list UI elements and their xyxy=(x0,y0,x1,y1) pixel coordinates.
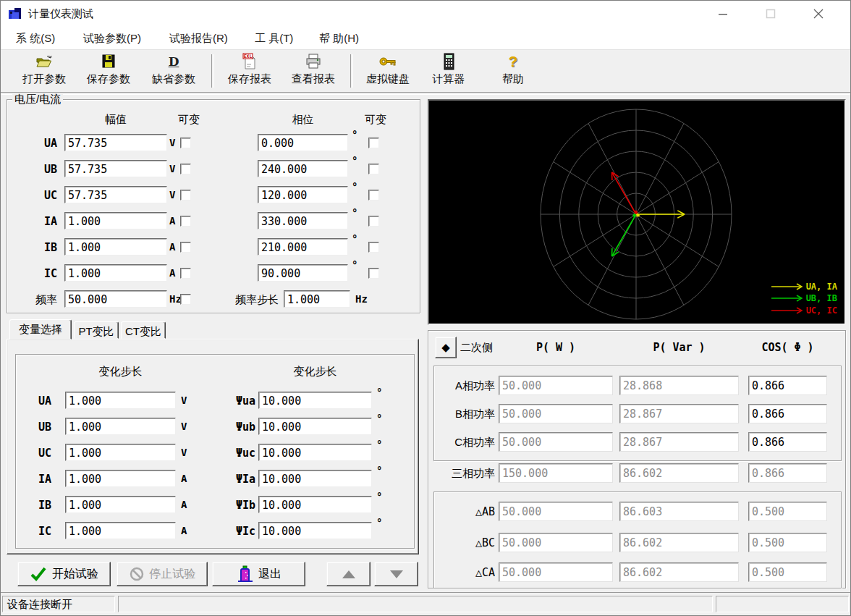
uc-phase-input[interactable] xyxy=(258,186,348,203)
minimize-button[interactable] xyxy=(706,1,740,27)
menu-test-report[interactable]: 试验报告(R) xyxy=(166,30,231,47)
view-report-button[interactable]: 查看报表 xyxy=(284,51,342,90)
ub-amplitude-variable-checkbox[interactable] xyxy=(180,164,191,174)
phase-c-cos-field: 0.866 xyxy=(748,432,827,452)
ua-step-input[interactable] xyxy=(65,392,176,409)
phase-a-label: A相功率 xyxy=(444,379,495,393)
psi-ua-step-input[interactable] xyxy=(258,392,372,409)
scroll-up-button[interactable] xyxy=(326,562,371,586)
virtual-keyboard-button[interactable]: 虚拟键盘 xyxy=(359,51,417,90)
three-phase-p-field: 150.000 xyxy=(499,463,613,483)
save-report-button[interactable]: EXL 保存报表 xyxy=(221,51,279,90)
secondary-side-button[interactable]: ◆ xyxy=(435,337,457,358)
uc-phase-variable-checkbox[interactable] xyxy=(368,190,379,201)
ua-phase-variable-checkbox[interactable] xyxy=(368,138,379,148)
tab-variable-select[interactable]: 变量选择 xyxy=(9,319,72,339)
ub-phase-variable-checkbox[interactable] xyxy=(368,164,379,174)
default-params-button[interactable]: D 缺省参数 xyxy=(145,51,203,90)
ub-step-input[interactable] xyxy=(65,418,176,435)
ua-phase-input[interactable] xyxy=(258,134,348,151)
power-panel: ◆ 二次侧 P( W ) P( Var ) COS( Φ ) A相功率 50.0… xyxy=(428,330,846,588)
psi-ib-step-input[interactable] xyxy=(258,496,372,513)
ib-unit: A xyxy=(169,241,175,253)
check-icon xyxy=(30,566,47,582)
help-button[interactable]: ? 帮助 xyxy=(484,51,542,90)
psi-ib-degree: ° xyxy=(376,491,382,502)
ua-amplitude-variable-checkbox[interactable] xyxy=(180,138,191,148)
ia-step-input[interactable] xyxy=(65,470,176,487)
menu-test-params[interactable]: 试验参数(P) xyxy=(80,30,144,47)
step-header-right: 变化步长 xyxy=(258,365,372,379)
ib-step-input[interactable] xyxy=(65,496,176,513)
legend-arrow-icon xyxy=(770,306,806,315)
three-phase-q-field: 86.602 xyxy=(619,463,739,483)
phase-a-p-field: 50.000 xyxy=(499,376,613,395)
step-label-uc: UC xyxy=(22,447,51,460)
delta-ab-p-field: 50.000 xyxy=(499,502,613,521)
phase-b-q-field: 28.867 xyxy=(619,404,739,423)
menu-help[interactable]: 帮 助(H) xyxy=(316,30,362,47)
secondary-side-label: 二次侧 xyxy=(460,341,493,355)
ic-amplitude-input[interactable] xyxy=(64,264,167,282)
ia-amplitude-variable-checkbox[interactable] xyxy=(180,216,191,227)
psi-uc-step-input[interactable] xyxy=(258,444,372,461)
calculator-icon xyxy=(440,51,457,72)
minimize-icon xyxy=(718,9,728,19)
menu-system[interactable]: 系 统(S) xyxy=(13,30,58,47)
close-button[interactable] xyxy=(801,1,836,27)
frequency-variable-checkbox[interactable] xyxy=(180,294,191,305)
phase-a-cos-field: 0.866 xyxy=(748,376,827,395)
ic-step-input[interactable] xyxy=(65,522,176,539)
cos-phi-header: COS( Φ ) xyxy=(748,341,827,354)
uc-step-input[interactable] xyxy=(65,444,176,461)
phase-c-label: C相功率 xyxy=(444,436,495,450)
three-phase-label: 三相功率 xyxy=(440,467,495,481)
ic-amplitude-variable-checkbox[interactable] xyxy=(180,268,191,279)
ub-amplitude-input[interactable] xyxy=(64,160,167,177)
ib-phase-variable-checkbox[interactable] xyxy=(368,242,379,253)
ua-unit: V xyxy=(169,137,175,148)
ia-amplitude-input[interactable] xyxy=(64,212,167,229)
menu-tools[interactable]: 工 具(T) xyxy=(252,30,296,47)
calculator-button[interactable]: 计算器 xyxy=(423,51,474,90)
variable-header: 可变 xyxy=(173,113,205,127)
psi-label-ua: Ψua xyxy=(218,395,255,408)
step-label-ic: IC xyxy=(22,525,51,538)
exit-button[interactable]: 退出 xyxy=(212,562,305,586)
ia-step-unit: A xyxy=(181,473,187,484)
ib-amplitude-input[interactable] xyxy=(64,238,167,256)
ib-amplitude-variable-checkbox[interactable] xyxy=(180,242,191,253)
delta-bc-label: △BC xyxy=(452,536,495,549)
row-label-ib: IB xyxy=(21,241,57,254)
legend-item-uc-ic: UC, IC xyxy=(770,305,837,316)
uc-unit: V xyxy=(169,189,175,201)
row-label-ic: IC xyxy=(21,267,57,280)
ic-phase-variable-checkbox[interactable] xyxy=(368,268,379,279)
ic-phase-input[interactable] xyxy=(258,264,348,282)
three-phase-cos-field: 0.866 xyxy=(748,463,827,483)
scroll-down-button[interactable] xyxy=(374,562,418,586)
step-label-ia: IA xyxy=(22,473,51,486)
freq-step-input[interactable] xyxy=(284,290,350,308)
app-window: 计量仪表测试 系 统(S) 试验参数(P) 试验报告(R) 工 具(T) 帮 助… xyxy=(0,0,851,616)
open-params-button[interactable]: 打开参数 xyxy=(15,51,73,90)
tab-ct-ratio[interactable]: CT变比 xyxy=(121,321,166,339)
maximize-button[interactable] xyxy=(753,1,788,27)
ib-phase-input[interactable] xyxy=(258,238,348,256)
frequency-input[interactable] xyxy=(64,290,167,308)
start-test-button[interactable]: 开始试验 xyxy=(17,562,111,586)
ub-phase-input[interactable] xyxy=(258,160,348,177)
psi-ia-degree: ° xyxy=(376,465,382,476)
uc-amplitude-variable-checkbox[interactable] xyxy=(180,190,191,201)
ia-phase-input[interactable] xyxy=(258,212,348,229)
psi-ub-step-input[interactable] xyxy=(258,418,372,435)
uc-amplitude-input[interactable] xyxy=(64,186,167,203)
ia-phase-variable-checkbox[interactable] xyxy=(368,216,379,227)
ua-amplitude-input[interactable] xyxy=(64,134,167,151)
save-params-button[interactable]: 保存参数 xyxy=(80,51,137,90)
delta-ab-label: △AB xyxy=(452,505,495,518)
open-folder-icon xyxy=(35,51,54,72)
psi-ia-step-input[interactable] xyxy=(258,470,372,487)
tab-pt-ratio[interactable]: PT变比 xyxy=(74,321,119,339)
psi-ic-step-input[interactable] xyxy=(258,522,372,539)
